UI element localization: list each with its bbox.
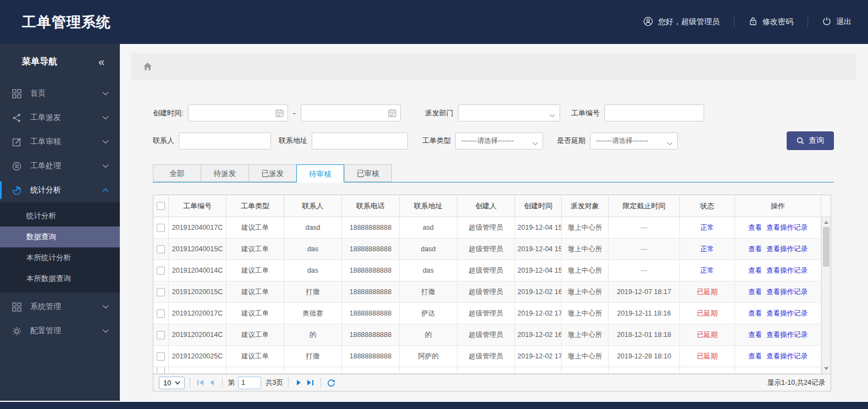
tab-pending-review[interactable]: 待审核 xyxy=(296,164,344,183)
table-row: 201912020014C 建议工单 的 18888888888 的 超级管理员… xyxy=(153,324,821,346)
cell-address: 阿萨的 xyxy=(400,346,457,367)
row-checkbox[interactable] xyxy=(157,352,165,361)
user-greeting-label: 您好，超级管理员 xyxy=(658,17,720,27)
view-log-link[interactable]: 查看操作记录 xyxy=(766,352,808,361)
cell-actions: 查看 查看操作记录 xyxy=(735,346,821,367)
change-password-label: 修改密码 xyxy=(762,17,793,27)
view-log-link[interactable]: 查看操作记录 xyxy=(766,266,808,275)
cell-actions: 查看 查看操作记录 xyxy=(735,324,821,345)
order-no-input[interactable] xyxy=(604,104,704,121)
col-created: 创建时间 xyxy=(515,195,562,217)
sidebar-item-home[interactable]: 首页 xyxy=(0,81,120,106)
sidebar-item-statistics[interactable]: 统计分析 xyxy=(0,178,120,202)
tab-pending-dispatch[interactable]: 待派发 xyxy=(201,164,248,182)
cell-created: 2019-12-02 17 xyxy=(515,303,562,324)
address-input[interactable] xyxy=(312,132,408,150)
cell-phone: 18888888888 xyxy=(342,303,400,324)
cell-creator: 超级管理员 xyxy=(457,239,515,259)
view-link[interactable]: 查看 xyxy=(748,330,762,340)
pagination-bar: 10 第 共3页 xyxy=(153,374,831,391)
table-scrollbar[interactable] xyxy=(821,217,831,374)
tab-all[interactable]: 全部 xyxy=(153,164,201,182)
table-body: 201912040017C 建议工单 dasd 18888888888 asd … xyxy=(153,217,831,374)
view-link[interactable]: 查看 xyxy=(748,309,762,318)
home-icon[interactable] xyxy=(143,62,152,71)
cell-target: 墩上中心所 xyxy=(562,239,609,259)
view-link[interactable]: 查看 xyxy=(748,266,762,275)
submenu-item-data-query[interactable]: 数据查询 xyxy=(0,226,120,247)
cell-contact: 奥德赛 xyxy=(284,303,342,324)
sidebar-item-review[interactable]: 工单审核 xyxy=(0,130,120,154)
row-checkbox[interactable] xyxy=(157,331,165,339)
order-type-select[interactable]: -------请选择------- xyxy=(455,132,543,150)
grid-icon xyxy=(12,89,21,98)
view-log-link[interactable]: 查看操作记录 xyxy=(766,223,808,233)
row-checkbox[interactable] xyxy=(157,224,165,232)
next-page-button[interactable] xyxy=(294,377,305,388)
cell-creator xyxy=(457,367,515,373)
row-checkbox[interactable] xyxy=(157,245,165,253)
page-number-input[interactable] xyxy=(238,377,261,389)
submenu-item-local-data-query[interactable]: 本所数据查询 xyxy=(0,268,120,289)
create-time-start-input[interactable] xyxy=(188,104,288,121)
logout-link[interactable]: 退出 xyxy=(822,16,852,27)
view-link[interactable]: 查看 xyxy=(748,245,762,254)
search-button[interactable]: 查询 xyxy=(787,131,834,150)
cell-address: 的 xyxy=(400,324,457,345)
scrollbar-thumb[interactable] xyxy=(823,227,830,267)
sidebar-item-system[interactable]: 系统管理 xyxy=(0,295,120,319)
sidebar-item-dispatch[interactable]: 工单派发 xyxy=(0,106,120,130)
refresh-icon[interactable] xyxy=(326,377,337,388)
cell-deadline: --- xyxy=(609,217,680,238)
pie-chart-icon xyxy=(12,186,21,195)
prev-page-button[interactable] xyxy=(206,377,217,388)
cell-created: 2019-12-04 15 xyxy=(515,260,562,281)
sidebar-item-process[interactable]: 工单处理 xyxy=(0,154,120,178)
dispatch-dept-select[interactable] xyxy=(458,104,560,121)
last-page-button[interactable] xyxy=(305,377,316,388)
page-size-select[interactable]: 10 xyxy=(159,377,185,389)
select-all-checkbox[interactable] xyxy=(157,202,165,210)
first-page-button[interactable] xyxy=(195,377,206,388)
cell-creator: 超级管理员 xyxy=(457,303,515,324)
view-link[interactable]: 查看 xyxy=(748,288,762,297)
sidebar-item-label: 系统管理 xyxy=(30,302,102,312)
collapse-sidebar-icon[interactable]: « xyxy=(98,56,104,67)
status-badge xyxy=(680,367,735,373)
chevron-down-icon xyxy=(102,91,109,96)
table-row: 201912040015C 建议工单 das 18888888888 dasd … xyxy=(153,239,821,260)
delay-label: 是否延期 xyxy=(557,136,585,146)
tab-reviewed[interactable]: 已审核 xyxy=(344,164,392,182)
cell-deadline: 2019-12-07 18:17 xyxy=(609,281,680,302)
chevron-down-icon xyxy=(102,140,109,144)
submenu-item-local-statistics[interactable]: 本所统计分析 xyxy=(0,247,120,268)
row-checkbox[interactable] xyxy=(157,309,165,318)
contact-input[interactable] xyxy=(179,132,271,150)
share-icon xyxy=(12,113,21,123)
delay-select[interactable]: -------请选择------- xyxy=(590,132,678,150)
col-target: 派发对象 xyxy=(562,195,609,217)
tab-dispatched[interactable]: 已派发 xyxy=(248,164,296,182)
view-log-link[interactable]: 查看操作记录 xyxy=(766,330,808,340)
top-bar: 工单管理系统 您好，超级管理员 修改密码 退出 xyxy=(0,0,868,44)
view-log-link[interactable]: 查看操作记录 xyxy=(766,309,808,318)
row-checkbox[interactable] xyxy=(157,267,165,275)
view-link[interactable]: 查看 xyxy=(748,352,762,361)
table-row: 201912040014C 建议工单 das 18888888888 das 超… xyxy=(153,260,821,281)
view-log-link[interactable]: 查看操作记录 xyxy=(766,288,808,297)
cell-order-type: 建议工单 xyxy=(226,281,284,302)
row-checkbox[interactable] xyxy=(157,288,165,296)
scroll-down-icon[interactable] xyxy=(822,364,831,373)
create-time-end-input[interactable] xyxy=(301,104,401,121)
sidebar-item-config[interactable]: 配置管理 xyxy=(0,319,120,343)
view-link[interactable]: 查看 xyxy=(748,223,762,233)
cell-address: das xyxy=(400,260,457,281)
chevron-up-icon xyxy=(102,188,109,192)
view-log-link[interactable]: 查看操作记录 xyxy=(766,245,808,254)
row-checkbox[interactable] xyxy=(157,367,165,373)
scroll-up-icon[interactable] xyxy=(822,218,831,226)
change-password-link[interactable]: 修改密码 xyxy=(749,16,793,27)
submenu-item-statistics-analysis[interactable]: 统计分析 xyxy=(0,206,120,226)
sidebar-item-label: 工单审核 xyxy=(30,137,102,147)
cell-phone: 18888888888 xyxy=(342,346,400,367)
